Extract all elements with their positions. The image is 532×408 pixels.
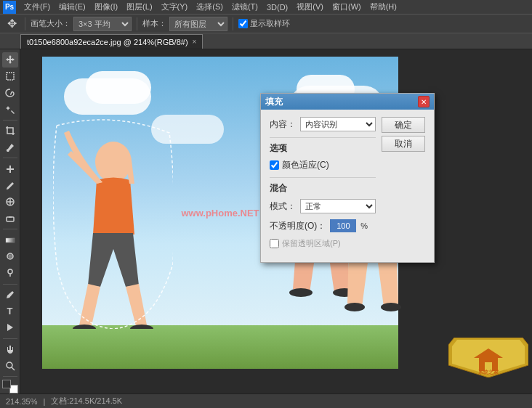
logo-shield-svg: 系统之家: [448, 338, 528, 378]
show-sample-ring-label[interactable]: 显示取样环: [238, 18, 290, 29]
mode-row: 模式： 正常: [270, 199, 376, 213]
brush-size-select[interactable]: 3×3 平均: [73, 17, 132, 31]
tab-close-btn[interactable]: ×: [193, 38, 197, 46]
dialog-close-button[interactable]: ✕: [418, 96, 430, 107]
blend-section-title: 混合: [270, 182, 376, 195]
lasso-tool[interactable]: [2, 86, 18, 101]
status-divider: |: [43, 397, 45, 406]
color-adapt-checkbox[interactable]: [270, 160, 279, 170]
magic-wand-tool[interactable]: [2, 102, 18, 117]
svg-point-15: [289, 288, 313, 297]
cloud-2: [86, 71, 151, 104]
dialog-buttons: 确定 取消: [382, 117, 425, 255]
menu-select[interactable]: 选择(S): [193, 1, 227, 12]
select-rect-tool[interactable]: [2, 69, 18, 84]
section-divider-2: [270, 177, 376, 178]
hand-tool[interactable]: [2, 342, 18, 357]
sample-select[interactable]: 所有图层: [169, 17, 227, 31]
menu-window[interactable]: 窗口(W): [329, 1, 365, 12]
foreground-color-swatch[interactable]: [2, 380, 11, 388]
menu-edit[interactable]: 编辑(E): [55, 1, 89, 12]
document-tab[interactable]: t0150e6800a92eca2ce.jpg @ 214%(RGB/8#) ×: [20, 34, 203, 49]
svg-point-8: [8, 269, 12, 274]
svg-rect-4: [7, 217, 14, 221]
zoom-tool[interactable]: [2, 358, 18, 373]
gradient-tool[interactable]: [2, 232, 18, 248]
opacity-row: 不透明度(O)： %: [270, 219, 376, 232]
svg-rect-0: [7, 73, 14, 80]
dodge-tool[interactable]: [2, 266, 18, 281]
color-swatches: [2, 380, 18, 393]
tool-sep-3: [3, 229, 17, 229]
path-select-tool[interactable]: [2, 320, 18, 335]
menu-filter[interactable]: 滤镜(T): [228, 1, 262, 12]
preserve-transparency-label: 保留透明区域(P): [282, 238, 341, 249]
sample-label: 样本：: [142, 18, 166, 29]
dialog-body: 内容： 内容识别 选项 颜色适应(C): [261, 110, 434, 262]
ok-button[interactable]: 确定: [382, 117, 425, 133]
brush-tool[interactable]: [2, 178, 18, 193]
left-toolbar: T: [0, 49, 20, 393]
dialog-left-col: 内容： 内容识别 选项 颜色适应(C): [270, 117, 376, 255]
menu-image[interactable]: 图像(I): [91, 1, 121, 12]
menu-view[interactable]: 视图(V): [293, 1, 327, 12]
options-section-title: 选项: [270, 142, 376, 155]
toolbar-divider-1: [25, 17, 25, 30]
mode-select[interactable]: 正常: [300, 199, 376, 213]
toolbar-divider-3: [233, 17, 233, 30]
menu-layer[interactable]: 图层(L): [123, 1, 156, 12]
clone-tool[interactable]: [2, 195, 18, 210]
svg-point-18: [381, 303, 401, 311]
svg-rect-5: [6, 238, 15, 242]
pen-tool[interactable]: [2, 287, 18, 303]
document-info: 文档:214.5K/214.5K: [51, 396, 122, 407]
svg-point-13: [73, 325, 96, 329]
watermark: www.pHome.NET: [181, 208, 259, 219]
bottom-logo: 系统之家: [445, 335, 532, 379]
dialog-titlebar: 填充 ✕: [261, 94, 434, 110]
move-tool[interactable]: [2, 52, 18, 68]
fill-dialog: 填充 ✕ 内容： 内容识别: [260, 93, 435, 263]
eraser-tool[interactable]: [2, 211, 18, 227]
tool-sep-4: [3, 284, 17, 285]
tool-sep-2: [3, 158, 17, 158]
menu-3d[interactable]: 3D(D): [263, 3, 291, 12]
section-divider-1: [270, 137, 376, 138]
tool-sep-1: [3, 120, 17, 121]
opacity-input[interactable]: [330, 219, 356, 232]
svg-line-11: [12, 367, 15, 370]
blur-tool[interactable]: [2, 249, 18, 264]
text-tool[interactable]: T: [2, 303, 18, 319]
toolbar-divider-2: [137, 17, 137, 30]
tabbar: t0150e6800a92eca2ce.jpg @ 214%(RGB/8#) ×: [0, 33, 532, 49]
color-adapt-label: 颜色适应(C): [282, 159, 329, 171]
menu-file[interactable]: 文件(F): [20, 1, 54, 12]
logo-container: 系统之家: [448, 338, 528, 378]
content-row: 内容： 内容识别: [270, 117, 376, 131]
content-label: 内容：: [270, 118, 296, 131]
tool-options-icon[interactable]: ✥: [4, 15, 20, 32]
dialog-content: 内容： 内容识别 选项 颜色适应(C): [270, 117, 425, 255]
main-area: T: [0, 49, 532, 393]
svg-point-14: [130, 325, 153, 329]
ps-icon: Ps: [3, 1, 16, 14]
canvas-area: www.pHome.NET 填充 ✕ 内容： 内容识别: [20, 49, 532, 393]
menu-text[interactable]: 文字(Y): [158, 1, 192, 12]
show-sample-ring-checkbox[interactable]: [238, 19, 248, 28]
preserve-transparency-row: 保留透明区域(P): [270, 238, 376, 249]
healing-tool[interactable]: [2, 161, 18, 176]
zoom-level: 214.35%: [6, 397, 37, 406]
preserve-transparency-checkbox[interactable]: [270, 239, 279, 248]
person-1-silhouette: [53, 118, 173, 329]
content-select[interactable]: 内容识别: [300, 117, 376, 131]
crop-tool[interactable]: [2, 123, 18, 139]
opacity-label: 不透明度(O)：: [270, 220, 326, 232]
tool-sep-6: [3, 376, 17, 377]
svg-text:系统之家: 系统之家: [478, 369, 499, 375]
percent-label: %: [360, 221, 368, 230]
svg-point-17: [344, 303, 365, 311]
eyedropper-tool[interactable]: [2, 140, 18, 155]
statusbar: 214.35% | 文档:214.5K/214.5K: [0, 393, 532, 408]
menu-help[interactable]: 帮助(H): [366, 1, 400, 12]
cancel-button[interactable]: 取消: [382, 136, 425, 152]
